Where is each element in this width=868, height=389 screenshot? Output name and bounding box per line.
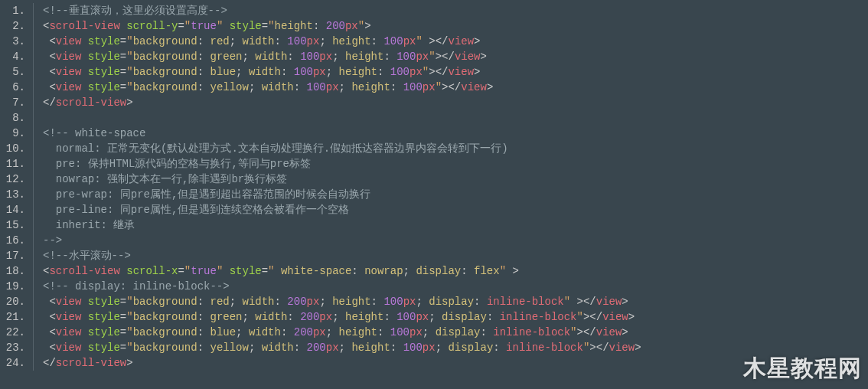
token: style <box>88 326 120 338</box>
token: < <box>49 66 55 78</box>
line-number: 13. <box>0 187 25 202</box>
token: 100 <box>390 326 410 338</box>
code-line[interactable]: <scroll-view scroll-x="true" style=" whi… <box>43 263 868 279</box>
token: " <box>570 326 576 338</box>
token: : <box>287 311 300 323</box>
code-line[interactable]: pre: 保持HTML源代码的空格与换行,等同与pre标签 <box>43 156 868 172</box>
line-number: 4. <box>0 49 25 64</box>
token: normal: 正常无变化(默认处理方式.文本自动处理换行.假如抵达容器边界内容… <box>43 142 508 155</box>
code-line[interactable]: nowrap: 强制文本在一行,除非遇到br换行标签 <box>43 172 868 187</box>
code-line[interactable]: <view style="background: red; width: 100… <box>43 34 868 49</box>
token: view <box>56 342 82 354</box>
token: scroll-x <box>126 265 178 277</box>
token: > <box>126 357 132 369</box>
token: < <box>49 326 55 338</box>
token: </ <box>448 81 461 93</box>
token: background <box>133 326 197 338</box>
token: : <box>275 35 288 47</box>
code-line[interactable]: inherit: 继承 <box>43 217 868 233</box>
token: " <box>268 265 281 277</box>
token: width <box>255 51 287 63</box>
token: > <box>635 342 641 354</box>
token: view <box>56 296 82 308</box>
token: " <box>564 296 570 308</box>
code-line[interactable]: pre-wrap: 同pre属性,但是遇到超出容器范围的时候会自动换行 <box>43 187 868 202</box>
token: : <box>371 296 384 308</box>
code-area[interactable]: <!--垂直滚动，这里必须设置高度--><scroll-view scroll-… <box>43 3 868 371</box>
token: <!-- white-space <box>43 127 145 139</box>
token: > <box>364 20 370 32</box>
code-line[interactable]: <view style="background: green; width: 1… <box>43 49 868 64</box>
token: yellow <box>210 81 248 93</box>
token: : <box>313 20 326 32</box>
token: > <box>628 311 635 323</box>
token <box>81 51 87 63</box>
code-line[interactable]: <view style="background: blue; width: 10… <box>43 64 868 80</box>
token <box>81 66 87 78</box>
token <box>223 20 229 32</box>
token: ; <box>243 51 256 63</box>
token: ; <box>326 326 339 338</box>
token: view <box>56 81 82 93</box>
line-number: 5. <box>0 64 25 80</box>
line-number: 9. <box>0 126 25 141</box>
token: ; <box>319 35 332 47</box>
code-line[interactable]: <!--垂直滚动，这里必须设置高度--> <box>43 3 868 18</box>
line-number: 24. <box>0 355 25 371</box>
token: height <box>351 81 390 93</box>
code-line[interactable]: <!--水平滚动--> <box>43 248 868 263</box>
code-line[interactable]: </scroll-view> <box>43 95 868 110</box>
code-line[interactable]: <!-- display: inline-block--> <box>43 279 868 294</box>
token: scroll-view <box>49 265 119 277</box>
code-line[interactable]: <view style="background: yellow; width: … <box>43 80 868 95</box>
code-line[interactable]: pre-line: 同pre属性,但是遇到连续空格会被看作一个空格 <box>43 202 868 217</box>
token: 200 <box>326 20 345 32</box>
token: 100 <box>287 35 306 47</box>
token <box>81 311 87 323</box>
token: px <box>410 66 423 78</box>
code-line[interactable]: <!-- white-space <box>43 126 868 141</box>
token: > <box>436 51 442 63</box>
code-line[interactable]: normal: 正常无变化(默认处理方式.文本自动处理换行.假如抵达容器边界内容… <box>43 141 868 156</box>
code-line[interactable]: </scroll-view> <box>43 355 868 371</box>
token: background <box>133 81 197 93</box>
token: < <box>49 35 55 47</box>
token: : <box>197 342 210 354</box>
token: = <box>262 265 268 277</box>
line-number: 19. <box>0 279 25 294</box>
token: height <box>345 51 383 63</box>
line-number: 23. <box>0 340 25 355</box>
line-number: 6. <box>0 80 25 95</box>
token: : <box>377 66 390 78</box>
token: background <box>133 296 197 308</box>
token: = <box>120 311 126 323</box>
token: : <box>197 81 210 93</box>
token: " <box>500 265 506 277</box>
token: <!-- display: inline-block--> <box>43 280 230 293</box>
token: inline-block <box>506 342 583 354</box>
token: ; <box>230 296 243 308</box>
token: </ <box>436 66 449 78</box>
line-number: 22. <box>0 325 25 340</box>
code-line[interactable]: --> <box>43 233 868 248</box>
token: : <box>390 81 403 93</box>
token: : <box>493 342 506 354</box>
token: : <box>461 265 474 277</box>
token: px <box>416 51 429 63</box>
token: " <box>126 66 132 78</box>
code-line[interactable]: <view style="background: blue; width: 20… <box>43 325 868 340</box>
token: 200 <box>294 326 313 338</box>
code-line[interactable]: <view style="background: red; width: 200… <box>43 294 868 309</box>
token: : <box>390 342 403 354</box>
token: = <box>120 51 126 63</box>
code-line[interactable]: <view style="background: green; width: 2… <box>43 309 868 325</box>
token: view <box>596 326 622 338</box>
token: = <box>120 326 126 338</box>
code-line[interactable]: <scroll-view scroll-y="true" style="heig… <box>43 18 868 34</box>
token: 100 <box>307 81 326 93</box>
token: </ <box>596 342 609 354</box>
token: inline-block <box>493 326 570 338</box>
code-line[interactable] <box>43 110 868 126</box>
token: 100 <box>383 296 403 308</box>
code-line[interactable]: <view style="background: yellow; width: … <box>43 340 868 355</box>
